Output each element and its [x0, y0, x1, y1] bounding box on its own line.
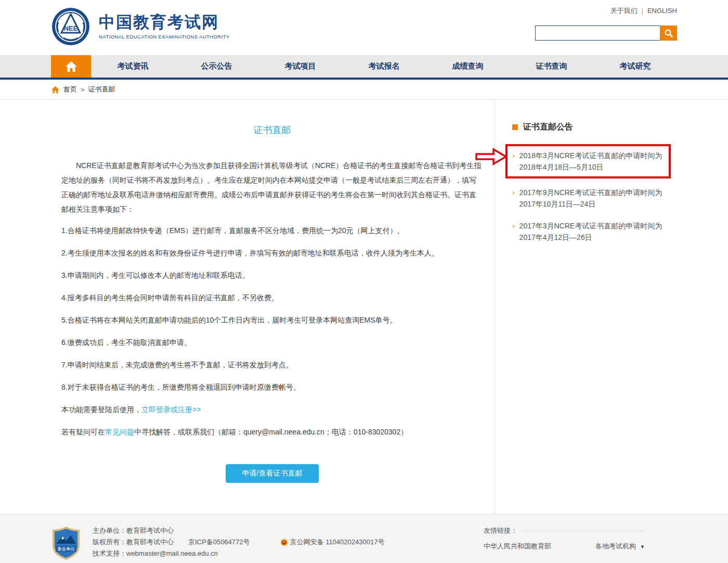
note-item-7: 7.申请时间结束后，未完成缴费的考生将不予直邮，证书将发放到考点。 — [61, 357, 483, 372]
intro-paragraph: NCRE证书直邮是教育部考试中心为当次参加且获得全国计算机等级考试（NCRE）合… — [61, 158, 483, 216]
nav-item-public-notices[interactable]: 公示公告 — [175, 55, 258, 78]
icp-number-link[interactable]: 京ICP备05064772号 — [188, 536, 250, 548]
search-button[interactable] — [660, 25, 677, 41]
contact-line: 若有疑问可在常见问题中寻找解答，或联系我们（邮箱：query@mail.neea… — [61, 425, 483, 439]
breadcrumb-home-icon — [51, 86, 60, 94]
regional-agencies-dropdown[interactable]: 各地考试机构▼ — [595, 542, 645, 551]
footer-tech-support: 技术支持：webmaster@mail.neea.edu.cn — [93, 548, 384, 559]
breadcrumb: 首页 > 证书直邮 — [51, 80, 677, 99]
nav-home-button[interactable] — [51, 55, 91, 78]
friend-links-rule — [523, 531, 645, 531]
neea-emblem-icon: NEE — [51, 7, 90, 46]
english-link[interactable]: ENGLISH — [647, 7, 677, 15]
square-bullet-icon — [512, 124, 518, 130]
breadcrumb-current: 证书直邮 — [88, 85, 115, 94]
footer-copyright: 版权所有：教育部考试中心 — [93, 536, 174, 548]
note-item-3: 3.申请期间内，考生可以修改本人的邮寄地址和联系电话。 — [61, 268, 483, 283]
top-links-separator: | — [642, 7, 643, 15]
highlight-red-box: › 2018年3月NCRE考试证书直邮的申请时间为2018年4月18日—5月10… — [505, 144, 671, 178]
about-us-link[interactable]: 关于我们 — [610, 7, 638, 15]
nav-item-exam-news[interactable]: 考试资讯 — [91, 55, 175, 78]
site-title: 中国教育考试网 — [99, 14, 229, 31]
police-badge-icon — [280, 539, 288, 546]
nav-item-exam-registration[interactable]: 考试报名 — [342, 55, 426, 78]
badge-label: 事业单位 — [57, 546, 75, 552]
announcement-item-2017-03[interactable]: › 2017年3月NCRE考试证书直邮的申请时间为2017年4月12日—26日 — [512, 220, 677, 243]
announcement-item-2018-03[interactable]: › 2018年3月NCRE考试证书直邮的申请时间为2018年4月18日—5月10… — [512, 150, 666, 173]
contact-prefix: 若有疑问可在 — [61, 428, 105, 436]
login-prompt: 本功能需要登陆后使用， — [61, 405, 141, 414]
page-title: 证书直邮 — [61, 124, 483, 136]
site-logo[interactable]: NEE 中国教育考试网 NATIONAL EDUCATION EXAMINATI… — [51, 7, 229, 46]
note-item-2: 2.考生须使用本次报名的姓名和有效身份证件号进行申请，并填写有效的邮寄地址和联系… — [61, 246, 483, 260]
contact-suffix: 中寻找解答，或联系我们（邮箱：query@mail.neea.edu.cn；电话… — [134, 428, 408, 436]
friend-links-label: 友情链接： — [484, 526, 517, 535]
caret-icon: › — [512, 220, 515, 243]
nav-item-exam-programs[interactable]: 考试项目 — [258, 55, 342, 78]
site-search — [535, 25, 677, 41]
announcement-item-2017-09[interactable]: › 2017年9月NCRE考试证书直邮的申请时间为2017年10月11日—24日 — [512, 187, 677, 210]
sidebar-title: 证书直邮公告 — [523, 122, 573, 133]
moe-link[interactable]: 中华人民共和国教育部 — [484, 542, 551, 551]
apply-view-certificate-button[interactable]: 申请/查看证书直邮 — [226, 464, 319, 483]
note-item-4: 4.报考多科目的考生将会同时申请所有科目的证书直邮，不另收费。 — [61, 290, 483, 305]
announcement-text: 2018年3月NCRE考试证书直邮的申请时间为2018年4月18日—5月10日 — [519, 150, 666, 173]
breadcrumb-home-link[interactable]: 首页 — [63, 85, 77, 94]
search-input[interactable] — [535, 25, 660, 41]
home-icon — [65, 61, 77, 72]
site-footer: 事业单位 主办单位：教育部考试中心 版权所有：教育部考试中心 京ICP备0506… — [0, 514, 728, 563]
sidebar-title-row: 证书直邮公告 — [512, 122, 677, 133]
nav-item-exam-research[interactable]: 考试研究 — [593, 55, 677, 78]
announcement-text: 2017年3月NCRE考试证书直邮的申请时间为2017年4月12日—26日 — [519, 220, 677, 243]
announcement-text: 2017年9月NCRE考试证书直邮的申请时间为2017年10月11日—24日 — [519, 187, 677, 210]
main-nav: 考试资讯 公示公告 考试项目 考试报名 成绩查询 证书查询 考试研究 — [0, 55, 728, 80]
faq-link[interactable]: 常见问题 — [105, 428, 134, 436]
svg-text:NEE: NEE — [64, 24, 78, 32]
breadcrumb-separator: > — [81, 86, 85, 94]
caret-icon: › — [512, 150, 515, 173]
nav-item-score-query[interactable]: 成绩查询 — [426, 55, 510, 78]
caret-icon: › — [512, 187, 515, 210]
login-line: 本功能需要登陆后使用，立即登录或注册>> — [61, 402, 483, 417]
breadcrumb-bar: 首页 > 证书直邮 — [0, 80, 728, 100]
police-record-link[interactable]: 京公网安备 11040202430017号 — [280, 536, 385, 548]
site-subtitle: NATIONAL EDUCATION EXAMINATIONS AUTHORIT… — [99, 34, 229, 40]
main-area: 证书直邮 NCRE证书直邮是教育部考试中心为当次参加且获得全国计算机等级考试（N… — [0, 100, 728, 514]
dropdown-arrow-icon: ▼ — [640, 544, 645, 549]
login-register-link[interactable]: 立即登录或注册>> — [141, 405, 201, 414]
note-item-5: 5.合格证书将在本网站关闭直邮申请功能后的10个工作日内寄出，届时考生可登录本网… — [61, 313, 483, 327]
announcements-sidebar: 证书直邮公告 › 2018年3月NCRE考试证书直邮的申请时间为2018年4月1… — [495, 100, 677, 514]
note-item-8: 8.对于未获得合格证书的考生，所缴费用将全额退回到申请时原缴费帐号。 — [61, 380, 483, 394]
search-icon — [664, 29, 673, 38]
note-item-6: 6.缴费成功后，考生不能取消直邮申请。 — [61, 335, 483, 350]
annotation-arrow-icon — [475, 148, 508, 165]
nav-item-certificate-query[interactable]: 证书查询 — [510, 55, 593, 78]
footer-organizer: 主办单位：教育部考试中心 — [93, 525, 384, 536]
article-column: 证书直邮 NCRE证书直邮是教育部考试中心为当次参加且获得全国计算机等级考试（N… — [51, 100, 495, 514]
site-header: NEE 中国教育考试网 NATIONAL EDUCATION EXAMINATI… — [0, 0, 728, 55]
note-item-1: 1.合格证书将使用邮政特快专递（EMS）进行邮寄，直邮服务不区分地域，费用统一为… — [61, 223, 483, 238]
institution-badge-icon: 事业单位 — [52, 526, 80, 560]
